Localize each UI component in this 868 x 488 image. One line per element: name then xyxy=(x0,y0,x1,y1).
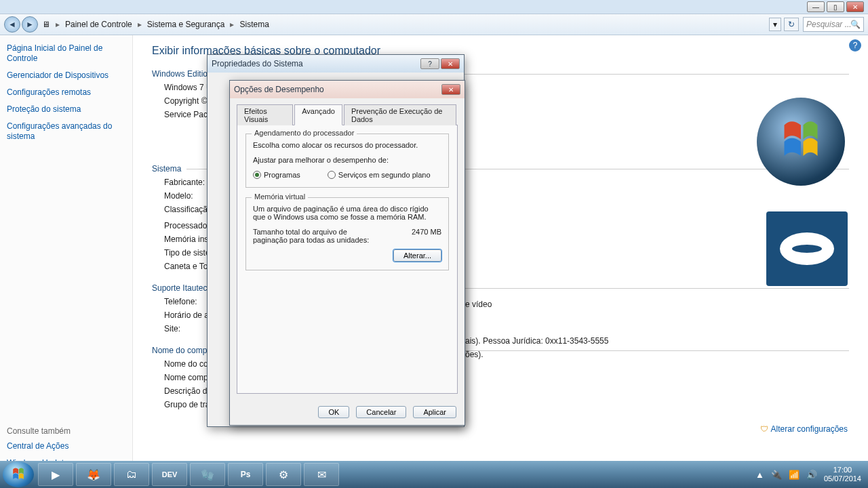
sched-legend: Agendamento do processador xyxy=(252,129,357,137)
clock-date: 05/07/2014 xyxy=(824,474,861,483)
sidebar-link-advanced[interactable]: Configurações avançadas do sistema xyxy=(7,121,125,142)
breadcrumb-sep: ▸ xyxy=(135,20,144,29)
nav-back-button[interactable]: ◄ xyxy=(4,16,20,33)
system-tray: ▲ 🔌 📶 🔊 17:00 05/07/2014 xyxy=(755,466,865,483)
windows-logo xyxy=(757,98,845,186)
taskbar-item[interactable]: 🗂 xyxy=(114,463,149,486)
sched-adjust: Ajustar para melhorar o desempenho de: xyxy=(253,156,441,164)
explorer-toolbar: ◄ ► 🖥 ▸ Painel de Controle ▸ Sistema e S… xyxy=(0,14,868,35)
taskbar: ▶ 🦊 🗂 DEV 🧤 Ps ⚙ ✉ ▲ 🔌 📶 🔊 17:00 05/07/2… xyxy=(0,461,868,488)
nav-forward-button[interactable]: ► xyxy=(22,16,38,33)
crumb-2[interactable]: Sistema xyxy=(237,20,271,29)
radio-programs-label: Programas xyxy=(264,171,300,179)
apply-button[interactable]: Aplicar xyxy=(413,406,456,418)
radio-dot-icon xyxy=(253,171,261,179)
sidebar-link-protection[interactable]: Proteção do sistema xyxy=(7,104,125,115)
tray-network-icon[interactable]: 📶 xyxy=(789,470,800,480)
refresh-button[interactable]: ↻ xyxy=(784,18,799,31)
sidebar-link-remote[interactable]: Configurações remotas xyxy=(7,87,125,98)
dlg1-titlebar[interactable]: Propriedades do Sistema ? ✕ xyxy=(208,55,464,73)
cancel-button[interactable]: Cancelar xyxy=(356,406,406,418)
change-settings-label: Alterar configurações xyxy=(771,424,848,434)
support-tail-2: ões). xyxy=(465,350,484,359)
processor-scheduling-group: Agendamento do processador Escolha como … xyxy=(245,134,449,188)
virtual-memory-group: Memória virtual Um arquivo de paginação … xyxy=(245,197,449,270)
vm-size-value: 2470 MB xyxy=(412,228,441,244)
search-input[interactable]: Pesquisar ... 🔍 xyxy=(803,17,864,32)
tab-visual-effects[interactable]: Efeitos Visuais xyxy=(237,104,293,125)
taskbar-item[interactable]: 🧤 xyxy=(190,463,225,486)
sidebar-home-link[interactable]: Página Inicial do Painel de Controle xyxy=(7,43,125,64)
tab-dep[interactable]: Prevenção de Execução de Dados xyxy=(344,104,456,125)
taskbar-item[interactable]: ▶ xyxy=(38,463,73,486)
dlg1-close-button[interactable]: ✕ xyxy=(441,58,460,69)
see-also-action-center[interactable]: Central de Ações xyxy=(7,441,125,451)
system-legend: Sistema xyxy=(152,164,186,174)
crumb-0[interactable]: Painel de Controle xyxy=(62,20,135,29)
radio-programs[interactable]: Programas xyxy=(253,171,300,179)
taskbar-item[interactable]: DEV xyxy=(152,463,187,486)
breadcrumb-sep: ▸ xyxy=(227,20,237,29)
ok-button[interactable]: OK xyxy=(318,406,349,418)
advanced-panel: Agendamento do processador Escolha como … xyxy=(237,125,458,394)
tray-volume-icon[interactable]: 🔊 xyxy=(806,470,817,480)
control-panel-icon: 🖥 xyxy=(39,20,53,29)
dlg2-titlebar[interactable]: Opções de Desempenho ✕ xyxy=(230,81,465,98)
tray-power-icon[interactable]: 🔌 xyxy=(771,470,782,480)
dlg1-title: Propriedades do Sistema xyxy=(212,59,303,68)
change-settings-link[interactable]: 🛡 Alterar configurações xyxy=(760,424,848,434)
perf-tabs: Efeitos Visuais Avançado Prevenção de Ex… xyxy=(237,104,458,125)
help-icon[interactable]: ? xyxy=(849,39,861,52)
performance-options-dialog: Opções de Desempenho ✕ Efeitos Visuais A… xyxy=(229,80,465,426)
clock-time: 17:00 xyxy=(824,466,861,474)
search-placeholder: Pesquisar ... xyxy=(806,20,852,29)
maximize-button[interactable]: ▯ xyxy=(827,1,844,12)
support-tail-1: ais). Pessoa Jurídica: 0xx11-3543-5555 xyxy=(465,336,608,346)
tray-overflow-icon[interactable]: ▲ xyxy=(755,470,764,480)
close-button[interactable]: ✕ xyxy=(846,1,864,12)
taskbar-item[interactable]: ⚙ xyxy=(266,463,301,486)
breadcrumb-dropdown[interactable]: ▾ xyxy=(769,18,781,31)
start-button[interactable] xyxy=(3,462,34,487)
breadcrumb-sep: ▸ xyxy=(53,20,62,29)
search-icon: 🔍 xyxy=(850,20,861,29)
oem-logo xyxy=(766,211,848,286)
radio-services-label: Serviços em segundo plano xyxy=(338,171,431,179)
crumb-1[interactable]: Sistema e Segurança xyxy=(144,20,228,29)
sys-tail: e vídeo xyxy=(465,300,492,309)
window-chrome: — ▯ ✕ xyxy=(807,1,864,12)
sched-desc: Escolha como alocar os recursos do proce… xyxy=(253,141,441,149)
vm-size-label: Tamanho total do arquivo de paginação pa… xyxy=(253,228,375,244)
taskbar-item[interactable]: ✉ xyxy=(304,463,339,486)
minimize-button[interactable]: — xyxy=(807,1,825,12)
tab-advanced[interactable]: Avançado xyxy=(294,104,342,125)
taskbar-item[interactable]: 🦊 xyxy=(76,463,111,486)
dlg2-title: Opções de Desempenho xyxy=(234,85,324,94)
radio-dot-icon xyxy=(328,171,336,179)
taskbar-item[interactable]: Ps xyxy=(228,463,263,486)
dlg2-button-row: OK Cancelar Aplicar xyxy=(318,406,456,418)
shield-icon: 🛡 xyxy=(760,424,768,434)
radio-services[interactable]: Serviços em segundo plano xyxy=(328,171,431,179)
vm-desc: Um arquivo de paginação é uma área do di… xyxy=(253,205,441,221)
dlg2-close-button[interactable]: ✕ xyxy=(441,84,460,95)
taskbar-clock[interactable]: 17:00 05/07/2014 xyxy=(824,466,861,483)
see-also-heading: Consulte também xyxy=(7,426,125,436)
dlg1-help-button[interactable]: ? xyxy=(420,58,439,69)
breadcrumb[interactable]: 🖥 ▸ Painel de Controle ▸ Sistema e Segur… xyxy=(39,20,766,29)
vm-legend: Memória virtual xyxy=(252,192,308,201)
sidebar: Página Inicial do Painel de Controle Ger… xyxy=(0,35,133,461)
vm-change-button[interactable]: Alterar... xyxy=(393,249,441,262)
sidebar-link-device-manager[interactable]: Gerenciador de Dispositivos xyxy=(7,70,125,81)
